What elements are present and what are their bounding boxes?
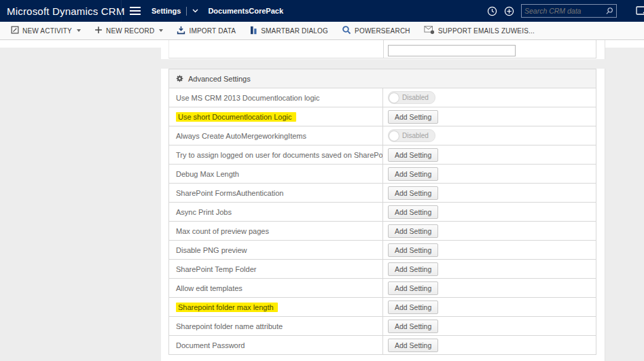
settings-row: Allow edit templates Add Setting [169,279,596,298]
setting-label: Sharepoint folder name attribute [176,322,283,330]
add-setting-button[interactable]: Add Setting [388,339,438,352]
setting-label: SharePoint Temp Folder [176,265,256,273]
setting-label-cell: Debug Max Length [169,165,382,183]
setting-label: Always Create AutoMergeworkingItems [176,132,306,140]
caret-down-icon [159,29,163,32]
setting-control-cell: Add Setting [382,145,596,164]
toggle-knob [389,131,399,141]
setting-control-cell: Add Setting [382,317,596,335]
setting-label-cell: SharePoint Temp Folder [169,260,382,278]
navbar-divider [121,0,122,22]
setting-label-cell: Async Print Jobs [169,203,382,221]
section-gap [161,59,605,69]
search-input[interactable] [522,7,605,15]
add-setting-button[interactable]: Add Setting [388,262,438,276]
dynamics-crm-window: Microsoft Dynamics CRM Settings Document… [0,0,644,361]
top-navbar: Microsoft Dynamics CRM Settings Document… [0,0,644,22]
setting-control-cell: Add Setting [382,222,596,240]
settings-row: SharePoint Temp Folder Add Setting [169,260,596,279]
setting-label-cell: Max count of preview pages [169,222,382,240]
setting-label-cell: Try to assign logged on user for documen… [169,145,382,164]
add-setting-button[interactable]: Add Setting [388,167,438,181]
settings-panel: Advanced Settings Use MS CRM 2013 Docume… [161,40,605,361]
content-area: Advanced Settings Use MS CRM 2013 Docume… [0,40,644,361]
settings-row: Sharepoint folder name attribute Add Set… [169,317,596,336]
add-setting-button[interactable]: Add Setting [388,148,438,162]
setting-control-cell: Add Setting [382,107,596,126]
powersearch-button[interactable]: POWERSEARCH [335,22,417,39]
settings-row: Sharepoint folder max length Add Setting [169,298,596,317]
setting-control-cell: Add Setting [382,336,596,354]
setting-label-cell: Sharepoint folder name attribute [169,317,382,335]
nav-area-settings[interactable]: Settings [151,7,181,15]
setting-label-cell: Allow edit templates [169,279,382,297]
setting-label: Sharepoint folder max length [176,303,278,312]
settings-row: Try to assign logged on user for documen… [169,145,596,165]
advanced-settings-header: Advanced Settings [169,69,596,88]
disabled-toggle[interactable]: Disabled [388,91,435,104]
smartbar-dialog-button[interactable]: SMARTBAR DIALOG [243,22,335,39]
new-activity-icon [11,26,19,35]
new-record-button[interactable]: NEW RECORD [88,22,170,39]
setting-control-cell: Add Setting [382,298,596,316]
setting-label: Document Password [176,341,245,349]
toggle-label: Disabled [402,132,429,139]
setting-label: Debug Max Length [176,170,239,178]
setting-label-cell: Sharepoint folder max length [169,298,382,316]
setting-label: Async Print Jobs [176,208,232,216]
disabled-toggle[interactable]: Disabled [388,129,435,142]
partial-setting-input[interactable] [388,45,516,56]
partial-setting-row [168,40,596,58]
add-setting-button[interactable]: Add Setting [388,281,438,295]
setting-control-cell: Add Setting [382,203,596,221]
brand-logo: Microsoft Dynamics CRM [0,5,115,17]
settings-row: Use short Documentlocation Logic Add Set… [169,107,596,126]
add-setting-button[interactable]: Add Setting [388,243,438,257]
navbar-right-group [487,0,617,22]
quick-create-plus-icon[interactable] [504,6,514,16]
setting-label: Use short Documentlocation Logic [176,112,296,122]
new-record-icon [94,26,103,35]
command-bar: NEW ACTIVITY NEW RECORD IMPORT DATA SMAR… [0,22,644,40]
setting-label: Use MS CRM 2013 Documentlocation logic [176,94,320,102]
setting-label-cell: Document Password [169,336,382,354]
setting-label: Try to assign logged on user for documen… [176,151,382,159]
recent-items-clock-icon[interactable] [487,6,497,16]
breadcrumb-documentscorepack[interactable]: DocumentsCorePack [208,7,283,15]
toggle-label: Disabled [402,94,429,101]
add-setting-button[interactable]: Add Setting [388,205,438,219]
gear-icon [176,75,183,82]
setting-control-cell: Add Setting [382,184,596,202]
add-setting-button[interactable]: Add Setting [388,110,438,124]
setting-control-cell: Add Setting [382,241,596,259]
add-setting-button[interactable]: Add Setting [388,224,438,238]
new-activity-button[interactable]: NEW ACTIVITY [4,22,88,39]
setting-label-cell: Disable PNG preview [169,241,382,259]
toggle-knob [389,93,399,103]
global-search-box [521,4,617,18]
powersearch-icon [342,25,351,36]
settings-row: Async Print Jobs Add Setting [169,203,596,222]
add-setting-button[interactable]: Add Setting [388,186,438,200]
search-icon[interactable] [605,7,613,15]
section-title: Advanced Settings [188,75,251,83]
setting-control-cell: Disabled [382,126,596,145]
settings-row: SharePoint FormsAuthentication Add Setti… [169,184,596,203]
import-data-button[interactable]: IMPORT DATA [170,22,243,39]
settings-row: Always Create AutoMergeworkingItems Disa… [169,126,596,145]
setting-label: Allow edit templates [176,284,243,292]
nav-pipe-divider [186,7,187,16]
setting-label-cell: SharePoint FormsAuthentication [169,184,382,202]
add-setting-button[interactable]: Add Setting [388,300,438,314]
add-setting-button[interactable]: Add Setting [388,320,438,333]
support-emails-button[interactable]: SUPPORT EMAILS ZUWEIS... [417,22,541,39]
settings-row: Use MS CRM 2013 Documentlocation logic D… [169,88,596,107]
help-panel-icon[interactable] [636,6,644,18]
smartbar-dialog-icon [249,26,257,36]
settings-row: Debug Max Length Add Setting [169,165,596,184]
hamburger-menu-icon[interactable] [130,7,141,15]
setting-label-cell: Always Create AutoMergeworkingItems [169,126,382,145]
setting-label: Max count of preview pages [176,227,269,235]
import-data-icon [177,26,185,36]
chevron-down-icon[interactable] [192,9,198,13]
